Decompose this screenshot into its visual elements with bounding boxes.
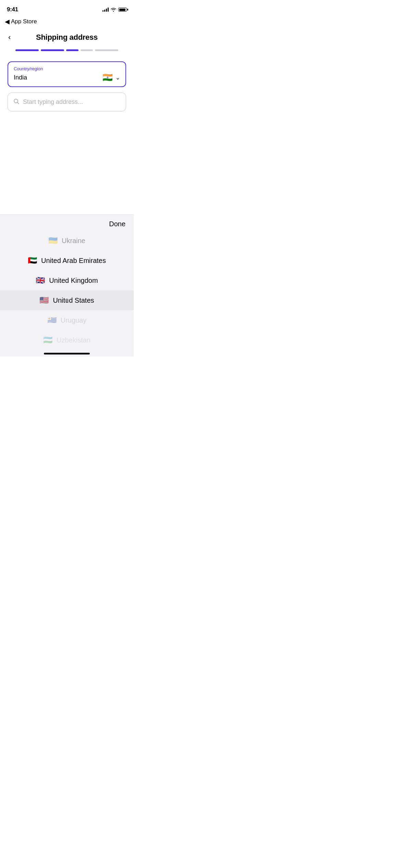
uk-flag-icon: 🇬🇧 [36, 276, 45, 285]
country-flag-chevron: 🇮🇳 ⌄ [102, 73, 120, 82]
signal-bars-icon [102, 8, 109, 12]
address-placeholder-text: Start typing address... [23, 98, 83, 106]
uae-flag-icon: 🇦🇪 [28, 256, 37, 265]
step-1 [15, 49, 39, 51]
selected-dot-icon [65, 299, 69, 302]
country-selector[interactable]: Country/region India 🇮🇳 ⌄ [8, 61, 126, 87]
app-store-back[interactable]: ◀ App Store [0, 16, 134, 28]
page-title: Shipping address [36, 33, 98, 42]
home-bar [44, 353, 90, 354]
country-value-row: India 🇮🇳 ⌄ [14, 73, 120, 82]
search-icon [13, 98, 20, 106]
status-time: 9:41 [7, 6, 18, 13]
country-item-name: Uruguay [61, 316, 87, 324]
address-search-field[interactable]: Start typing address... [8, 93, 126, 111]
list-item[interactable]: 🇺🇿 Uzbekistan [0, 330, 134, 350]
main-spacer [0, 111, 134, 214]
country-item-name: United Kingdom [49, 277, 98, 285]
us-flag-icon: 🇺🇸 [39, 296, 49, 305]
app-store-back-chevron: ◀ [5, 18, 10, 25]
list-item[interactable]: 🇦🇪 United Arab Emirates [0, 251, 134, 270]
list-item[interactable]: 🇬🇧 United Kingdom [0, 270, 134, 290]
home-indicator [0, 350, 134, 357]
chevron-down-icon: ⌄ [116, 74, 120, 81]
ukraine-flag-icon: 🇺🇦 [48, 236, 58, 245]
country-item-name: Ukraine [62, 237, 85, 245]
country-name: India [14, 74, 27, 81]
done-row: Done [0, 215, 134, 231]
step-5 [95, 49, 118, 51]
done-button[interactable]: Done [109, 220, 125, 228]
svg-line-1 [17, 103, 19, 104]
step-2 [41, 49, 64, 51]
progress-steps [0, 43, 134, 61]
battery-icon [118, 8, 127, 12]
wifi-icon [111, 8, 116, 12]
country-item-name: Uzbekistan [57, 336, 90, 344]
uzbekistan-flag-icon: 🇺🇿 [43, 336, 52, 345]
country-picker: 🇺🇦 Ukraine 🇦🇪 United Arab Emirates 🇬🇧 Un… [0, 231, 134, 350]
list-item-selected[interactable]: 🇺🇸 United States [0, 290, 134, 310]
page-header: ‹ Shipping address [0, 28, 134, 43]
country-item-name: United Arab Emirates [41, 257, 106, 265]
uruguay-flag-icon: 🇺🇾 [47, 316, 57, 325]
country-region-label: Country/region [14, 66, 120, 71]
status-bar: 9:41 [0, 0, 134, 16]
country-item-name-selected: United States [53, 297, 94, 304]
step-4 [81, 49, 93, 51]
india-flag-icon: 🇮🇳 [102, 73, 113, 82]
list-item[interactable]: 🇺🇦 Ukraine [0, 231, 134, 251]
back-button[interactable]: ‹ [7, 32, 12, 43]
app-store-label: App Store [11, 18, 37, 25]
step-3 [66, 49, 78, 51]
status-icons [102, 8, 127, 12]
list-item[interactable]: 🇺🇾 Uruguay [0, 310, 134, 330]
